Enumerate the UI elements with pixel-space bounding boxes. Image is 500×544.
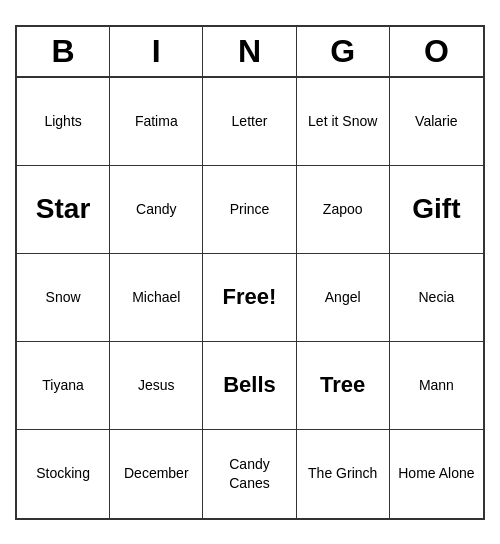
bingo-cell: Let it Snow xyxy=(297,78,390,166)
bingo-cell: Zapoo xyxy=(297,166,390,254)
bingo-cell: Fatima xyxy=(110,78,203,166)
bingo-cell: Candy Canes xyxy=(203,430,296,518)
bingo-cell: Letter xyxy=(203,78,296,166)
header-letter: O xyxy=(390,27,483,76)
bingo-cell: Prince xyxy=(203,166,296,254)
bingo-cell: Jesus xyxy=(110,342,203,430)
bingo-cell: Candy xyxy=(110,166,203,254)
bingo-grid: LightsFatimaLetterLet it SnowValarieStar… xyxy=(17,78,483,518)
header-letter: B xyxy=(17,27,110,76)
bingo-cell: Stocking xyxy=(17,430,110,518)
bingo-cell: Home Alone xyxy=(390,430,483,518)
bingo-cell: The Grinch xyxy=(297,430,390,518)
bingo-cell: Valarie xyxy=(390,78,483,166)
bingo-header: BINGO xyxy=(17,27,483,78)
bingo-cell: Free! xyxy=(203,254,296,342)
bingo-cell: Necia xyxy=(390,254,483,342)
bingo-card: BINGO LightsFatimaLetterLet it SnowValar… xyxy=(15,25,485,520)
bingo-cell: Angel xyxy=(297,254,390,342)
bingo-cell: Lights xyxy=(17,78,110,166)
header-letter: N xyxy=(203,27,296,76)
bingo-cell: Snow xyxy=(17,254,110,342)
header-letter: I xyxy=(110,27,203,76)
bingo-cell: Michael xyxy=(110,254,203,342)
bingo-cell: Bells xyxy=(203,342,296,430)
bingo-cell: Gift xyxy=(390,166,483,254)
bingo-cell: Mann xyxy=(390,342,483,430)
bingo-cell: Tree xyxy=(297,342,390,430)
header-letter: G xyxy=(297,27,390,76)
bingo-cell: December xyxy=(110,430,203,518)
bingo-cell: Tiyana xyxy=(17,342,110,430)
bingo-cell: Star xyxy=(17,166,110,254)
